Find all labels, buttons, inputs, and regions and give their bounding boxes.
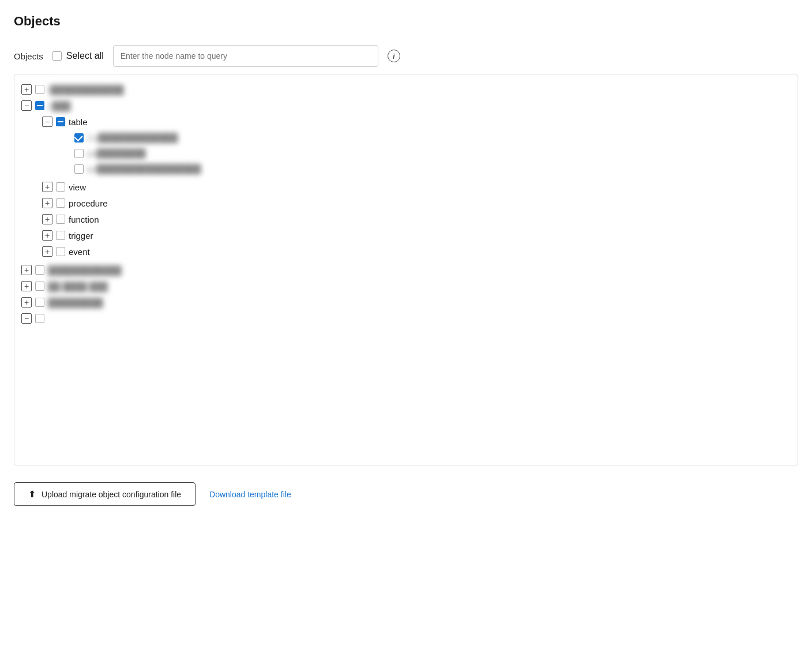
expand-icon[interactable] <box>21 281 32 291</box>
node-label: pa█████████████████ <box>87 164 201 174</box>
expand-icon[interactable] <box>42 214 52 224</box>
tree-node[interactable]: █████████ <box>14 294 798 310</box>
search-input[interactable] <box>113 45 378 67</box>
node-label: procedure <box>69 198 108 208</box>
expand-icon[interactable] <box>21 100 32 111</box>
tree-node[interactable]: Ca█████████████ <box>14 130 798 145</box>
node-checkbox[interactable] <box>35 85 44 94</box>
upload-icon: ⬆ <box>28 489 36 500</box>
node-label: Ca█████████████ <box>87 133 178 142</box>
select-all-checkbox[interactable] <box>52 51 62 61</box>
expand-icon[interactable] <box>21 84 32 95</box>
select-all-group: Select all <box>52 51 104 61</box>
node-checkbox[interactable] <box>56 117 65 126</box>
tree-node[interactable]: table <box>14 114 798 130</box>
node-checkbox[interactable] <box>35 265 44 275</box>
page-title: Objects <box>14 14 798 29</box>
node-checkbox[interactable] <box>56 231 65 240</box>
expand-icon[interactable] <box>21 265 32 275</box>
tree-node[interactable] <box>14 310 798 327</box>
node-label: view <box>69 182 86 192</box>
toolbar: Objects Select all i <box>14 45 798 67</box>
node-checkbox[interactable] <box>74 133 84 142</box>
node-checkbox[interactable] <box>56 247 65 256</box>
tree-node[interactable]: function <box>14 211 798 227</box>
node-checkbox[interactable] <box>35 314 44 323</box>
expand-icon[interactable] <box>42 198 52 208</box>
node-label: t████████████ <box>48 85 124 95</box>
tree-node[interactable]: procedure <box>14 195 798 211</box>
node-label: table <box>69 117 88 127</box>
expand-icon[interactable] <box>42 182 52 192</box>
info-icon[interactable]: i <box>388 50 400 62</box>
node-checkbox[interactable] <box>35 298 44 307</box>
node-label: event <box>69 247 90 257</box>
node-checkbox[interactable] <box>74 149 84 158</box>
node-label: ████████████ <box>48 265 122 275</box>
node-label: pa████████ <box>87 148 146 158</box>
node-checkbox[interactable] <box>56 215 65 224</box>
node-label: trigger <box>69 231 93 241</box>
tree-container[interactable]: t████████████ c███ table Ca█████████████… <box>14 74 798 466</box>
objects-label: Objects <box>14 51 43 61</box>
tree-node[interactable]: trigger <box>14 227 798 243</box>
expand-icon[interactable] <box>42 117 52 127</box>
tree-node[interactable]: pa████████ <box>14 145 798 161</box>
select-all-label: Select all <box>66 51 104 61</box>
footer-bar: ⬆ Upload migrate object configuration fi… <box>14 475 798 513</box>
node-checkbox[interactable] <box>35 101 44 110</box>
node-label: c███ <box>48 101 70 111</box>
tree-node[interactable]: pa█████████████████ <box>14 161 798 177</box>
tree-node[interactable]: view <box>14 179 798 195</box>
expand-icon[interactable] <box>21 313 32 324</box>
node-label: function <box>69 215 99 224</box>
expand-icon[interactable] <box>21 297 32 308</box>
node-label: █████████ <box>48 298 103 308</box>
upload-button[interactable]: ⬆ Upload migrate object configuration fi… <box>14 482 196 506</box>
node-label: ██.████.███ <box>48 282 108 291</box>
upload-label: Upload migrate object configuration file <box>42 490 181 499</box>
tree-node[interactable]: t████████████ <box>14 81 798 97</box>
expand-icon[interactable] <box>42 246 52 257</box>
tree-node[interactable]: event <box>14 243 798 260</box>
tree-node[interactable]: ████████████ <box>14 262 798 278</box>
download-template-link[interactable]: Download template file <box>209 490 291 499</box>
node-checkbox[interactable] <box>74 164 84 174</box>
tree-node[interactable]: ██.████.███ <box>14 278 798 294</box>
node-checkbox[interactable] <box>35 282 44 291</box>
expand-icon[interactable] <box>42 230 52 241</box>
node-checkbox[interactable] <box>56 198 65 208</box>
tree-node[interactable]: c███ <box>14 97 798 114</box>
node-checkbox[interactable] <box>56 182 65 192</box>
